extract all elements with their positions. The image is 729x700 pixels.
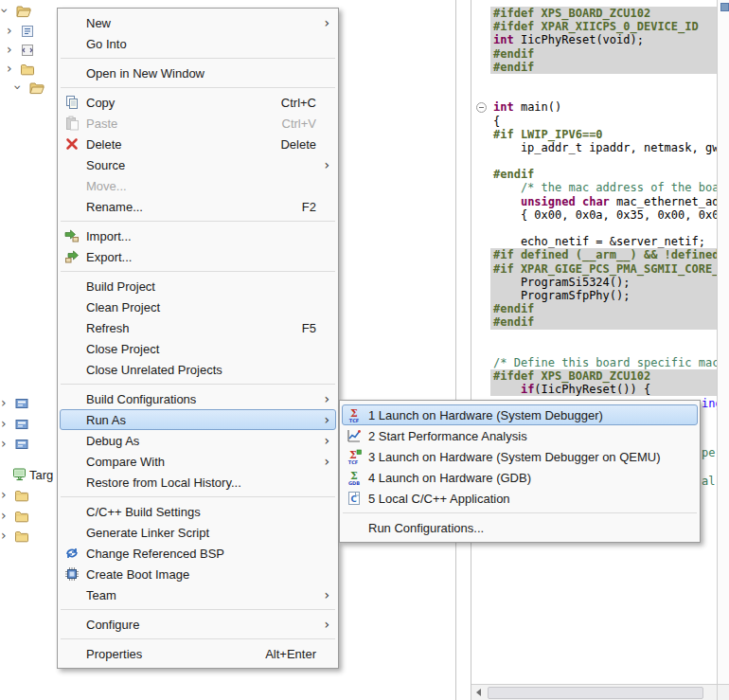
menu-item-close-unrelated-projects[interactable]: Close Unrelated Projects: [60, 359, 336, 380]
submenu-arrow-icon: [324, 413, 329, 426]
tree-item-folder[interactable]: [0, 508, 59, 525]
folder-icon: [14, 529, 29, 544]
menu-item-label: Go Into: [86, 37, 127, 51]
submenu-arrow-icon: [324, 588, 329, 601]
chevron-collapsed-icon[interactable]: [7, 42, 12, 58]
panel-sash[interactable]: [456, 0, 471, 700]
menu-item-3-launch-on-hardware-system-debugger-on-qemu[interactable]: ΣTCF3 Launch on Hardware (System Debugge…: [342, 446, 698, 467]
tree-item-binaries[interactable]: [0, 23, 59, 40]
code-line: /* the mac address of the board.: [490, 181, 717, 194]
menu-item-build-project[interactable]: Build Project: [60, 276, 336, 296]
menu-item-rename[interactable]: Rename...F2: [60, 196, 336, 217]
menu-item-5-local-c-c-application[interactable]: C5 Local C/C++ Application: [342, 488, 698, 509]
ruler-annotation-mark[interactable]: [720, 3, 729, 11]
code-line: int IicPhyReset(void);: [490, 33, 717, 46]
tree-item-folder[interactable]: [0, 487, 59, 504]
chevron-collapsed-icon[interactable]: [7, 61, 12, 77]
menu-item-label: C/C++ Build Settings: [86, 505, 201, 519]
svg-text:C: C: [350, 494, 356, 504]
menu-item-debug-as[interactable]: Debug As: [60, 430, 336, 451]
code-line: echo_netif = &server_netif;: [490, 235, 717, 248]
fold-collapse-icon[interactable]: [476, 102, 487, 113]
code-editor[interactable]: #ifdef XPS_BOARD_ZCU102#ifdef XPAR_XIICP…: [471, 0, 717, 684]
tree-item-includes[interactable]: [0, 42, 59, 59]
menu-item-new[interactable]: New: [60, 12, 336, 33]
menu-item-restore-from-local-history[interactable]: Restore from Local History...: [60, 472, 336, 493]
menu-item-shortcut: F2: [302, 200, 316, 214]
menu-item-create-boot-image[interactable]: Create Boot Image: [60, 564, 336, 584]
menu-icon-slot: [62, 299, 81, 314]
menu-item-label: Rename...: [86, 200, 143, 214]
menu-item-delete[interactable]: DeleteDelete: [60, 134, 336, 154]
menu-item-build-configurations[interactable]: Build Configurations: [60, 388, 336, 409]
chevron-collapsed-icon[interactable]: [1, 436, 7, 452]
menu-item-copy[interactable]: CopyCtrl+C: [60, 92, 336, 113]
tree-item-bsp-project[interactable]: [0, 436, 59, 453]
menu-icon-slot: [345, 520, 364, 535]
chevron-expanded-icon[interactable]: [0, 8, 12, 13]
menu-item-team[interactable]: Team: [60, 584, 336, 605]
menu-item-2-start-performance-analysis[interactable]: 2 Start Performance Analysis: [342, 425, 698, 446]
menu-item-properties[interactable]: PropertiesAlt+Enter: [60, 643, 336, 664]
tree-item-folder[interactable]: [0, 528, 59, 545]
chevron-collapsed-icon[interactable]: [1, 487, 7, 503]
menu-item-move[interactable]: Move...: [60, 175, 336, 196]
paste-icon: [62, 116, 81, 131]
chevron-collapsed-icon[interactable]: [1, 528, 7, 544]
menu-item-close-project[interactable]: Close Project: [60, 338, 336, 359]
menu-icon-slot: [62, 15, 81, 30]
chevron-collapsed-icon[interactable]: [1, 416, 7, 432]
menu-item-paste[interactable]: PasteCtrl+V: [60, 113, 336, 134]
menu-item-clean-project[interactable]: Clean Project: [60, 296, 336, 317]
menu-item-run-as[interactable]: Run As: [60, 409, 336, 430]
tree-item-subfolder[interactable]: [0, 80, 59, 97]
chevron-collapsed-icon[interactable]: [1, 508, 7, 524]
chevron-collapsed-icon[interactable]: [1, 395, 7, 411]
menu-item-shortcut: Ctrl+V: [282, 117, 316, 131]
tree-item-bsp-project[interactable]: [0, 395, 59, 412]
menu-separator: [61, 496, 335, 497]
menu-item-label: Clean Project: [86, 300, 160, 314]
tree-item-bsp-project[interactable]: [0, 416, 59, 433]
menu-item-run-configurations[interactable]: Run Configurations...: [342, 517, 698, 538]
overview-ruler[interactable]: [717, 0, 729, 684]
menu-icon-slot: [62, 320, 81, 335]
menu-separator: [61, 87, 335, 88]
menu-item-source[interactable]: Source: [60, 154, 336, 175]
chevron-collapsed-icon[interactable]: [7, 23, 12, 39]
code-line: unsigned char mac_ethernet_addre: [490, 195, 717, 208]
menu-item-compare-with[interactable]: Compare With: [60, 451, 336, 472]
scrollbar-thumb[interactable]: [488, 687, 703, 699]
horizontal-scrollbar[interactable]: [471, 684, 717, 700]
chevron-expanded-icon[interactable]: [9, 84, 26, 90]
tree-item-target-connections[interactable]: Targ: [0, 466, 59, 483]
menu-item-shortcut: Ctrl+C: [281, 96, 316, 110]
menu-icon-slot: [62, 157, 81, 172]
menu-icon-slot: [62, 278, 81, 294]
menu-item-refresh[interactable]: RefreshF5: [60, 317, 336, 338]
menu-item-open-in-new-window[interactable]: Open in New Window: [60, 63, 336, 83]
menu-item-go-into[interactable]: Go Into: [60, 33, 336, 54]
menu-item-configure[interactable]: Configure: [60, 614, 336, 635]
delete-icon: [62, 136, 81, 152]
menu-separator: [61, 638, 335, 639]
import-icon: [62, 228, 81, 243]
code-line: [490, 154, 717, 168]
boot-icon: [62, 566, 81, 582]
menu-item-import[interactable]: Import...: [60, 225, 336, 246]
code-line: ProgramSi5324();: [490, 276, 717, 289]
binaries-icon: [20, 24, 35, 39]
tree-item-project[interactable]: [0, 3, 59, 20]
tree-item-folder[interactable]: [0, 61, 59, 78]
menu-item-c-c-build-settings[interactable]: C/C++ Build Settings: [60, 501, 336, 522]
scroll-left-icon[interactable]: [476, 689, 481, 696]
menu-item-1-launch-on-hardware-system-debugger[interactable]: ΣTCF1 Launch on Hardware (System Debugge…: [342, 404, 698, 425]
menu-item-export[interactable]: Export...: [60, 246, 336, 267]
tcf-qemu-icon: ΣTCF: [345, 449, 364, 464]
menu-item-change-referenced-bsp[interactable]: Change Referenced BSP: [60, 543, 336, 564]
menu-item-4-launch-on-hardware-gdb[interactable]: ΣGDB4 Launch on Hardware (GDB): [342, 467, 698, 488]
menu-separator: [61, 384, 335, 385]
menu-item-generate-linker-script[interactable]: Generate Linker Script: [60, 522, 336, 543]
menu-separator: [61, 58, 335, 59]
menu-item-label: Close Unrelated Projects: [86, 363, 222, 377]
